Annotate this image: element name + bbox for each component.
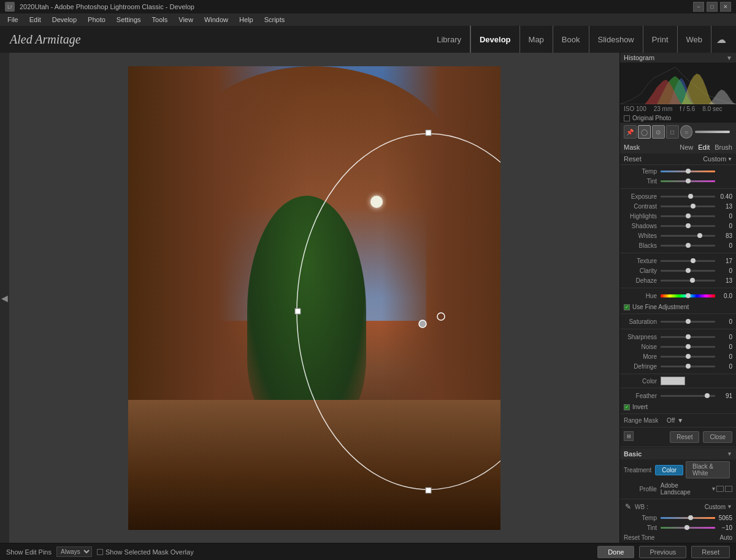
shadows-thumb[interactable]: [686, 223, 691, 228]
done-button[interactable]: Done: [597, 546, 634, 558]
mask-tool-circle[interactable]: ◯: [638, 125, 651, 139]
basic-temp-thumb[interactable]: [688, 515, 693, 520]
sharpness-track[interactable]: [661, 336, 715, 338]
highlights-track[interactable]: [661, 215, 715, 217]
reset-label[interactable]: Reset: [624, 155, 642, 163]
nav-develop[interactable]: Develop: [470, 26, 520, 53]
texture-thumb[interactable]: [691, 258, 696, 263]
dehaze-thumb[interactable]: [690, 278, 695, 283]
exposure-track[interactable]: [661, 196, 715, 198]
profile-value[interactable]: Adobe Landscape: [661, 482, 710, 496]
color-swatch[interactable]: [661, 377, 685, 385]
sharpness-thumb[interactable]: [686, 334, 691, 339]
profile-icon1[interactable]: [716, 486, 724, 492]
menu-settings[interactable]: Settings: [112, 15, 146, 25]
basic-tint-thumb[interactable]: [684, 525, 689, 530]
menu-view[interactable]: View: [174, 15, 198, 25]
original-photo-checkbox[interactable]: [624, 115, 630, 121]
mask-tool-target[interactable]: ⊙: [652, 125, 665, 139]
menu-tools[interactable]: Tools: [147, 15, 173, 25]
clarity-thumb[interactable]: [686, 268, 691, 273]
basic-section-header[interactable]: Basic ▼: [620, 448, 736, 459]
tint-thumb[interactable]: [686, 178, 691, 183]
feather-track[interactable]: [661, 395, 715, 397]
dehaze-track[interactable]: [661, 280, 715, 282]
treatment-color-button[interactable]: Color: [655, 465, 683, 475]
menu-photo[interactable]: Photo: [83, 15, 110, 25]
cloud-icon[interactable]: ☁: [716, 34, 726, 45]
menu-file[interactable]: File: [2, 15, 23, 25]
previous-button[interactable]: Previous: [639, 546, 686, 558]
defringe-track[interactable]: [661, 366, 715, 367]
tool-slider[interactable]: [695, 131, 730, 133]
nav-web[interactable]: Web: [678, 26, 712, 53]
temp-thumb[interactable]: [686, 169, 691, 174]
panel-icon-button[interactable]: ⊟: [624, 431, 634, 441]
feather-thumb[interactable]: [705, 393, 710, 398]
left-panel-toggle[interactable]: ◀: [0, 53, 9, 543]
nav-library[interactable]: Library: [428, 26, 470, 53]
shadows-track[interactable]: [661, 225, 715, 227]
mask-new[interactable]: New: [680, 144, 693, 151]
menu-develop[interactable]: Develop: [47, 15, 82, 25]
window-controls[interactable]: − □ ✕: [693, 2, 731, 12]
texture-track[interactable]: [661, 260, 715, 262]
mask-tool-square[interactable]: □: [666, 125, 679, 139]
eyedropper-icon[interactable]: ✎: [624, 502, 632, 511]
nav-book[interactable]: Book: [553, 26, 589, 53]
blacks-thumb[interactable]: [686, 243, 691, 248]
profile-icon2[interactable]: [725, 486, 732, 492]
defringe-thumb[interactable]: [686, 364, 691, 369]
range-mask-dropdown[interactable]: ▼: [677, 417, 683, 424]
moire-track[interactable]: [661, 356, 715, 358]
maximize-button[interactable]: □: [707, 2, 718, 12]
exposure-thumb[interactable]: [688, 194, 693, 199]
nav-map[interactable]: Map: [520, 26, 553, 53]
menu-edit[interactable]: Edit: [25, 15, 46, 25]
invert-checkbox[interactable]: ✓: [624, 404, 630, 410]
saturation-track[interactable]: [661, 321, 715, 323]
menu-window[interactable]: Window: [199, 15, 233, 25]
histogram-menu-icon[interactable]: ▼: [726, 55, 732, 61]
reset-tone-auto[interactable]: Auto: [719, 534, 732, 541]
hue-track[interactable]: [661, 294, 715, 297]
contrast-thumb[interactable]: [691, 204, 696, 209]
wb-dropdown[interactable]: ▼: [727, 504, 732, 510]
temp-track[interactable]: [661, 171, 715, 172]
whites-thumb[interactable]: [697, 233, 702, 238]
basic-temp-track[interactable]: [661, 517, 715, 519]
basic-tint-track[interactable]: [661, 527, 715, 529]
moire-thumb[interactable]: [686, 354, 691, 359]
canvas-area[interactable]: [9, 53, 619, 543]
fine-adjustment-checkbox[interactable]: ✓: [624, 304, 630, 310]
highlights-thumb[interactable]: [686, 213, 691, 218]
mask-brush[interactable]: Brush: [715, 144, 732, 151]
minimize-button[interactable]: −: [693, 2, 704, 12]
nav-print[interactable]: Print: [643, 26, 678, 53]
noise-thumb[interactable]: [686, 344, 691, 349]
blacks-track[interactable]: [661, 245, 715, 247]
tint-track[interactable]: [661, 180, 715, 182]
mask-tool-pin[interactable]: 📌: [624, 125, 637, 139]
contrast-track[interactable]: [661, 205, 715, 207]
menu-scripts[interactable]: Scripts: [259, 15, 290, 25]
custom-badge[interactable]: Custom ▼: [703, 155, 732, 163]
treatment-bw-button[interactable]: Black & White: [686, 461, 730, 478]
menu-help[interactable]: Help: [234, 15, 258, 25]
mask-edit[interactable]: Edit: [698, 144, 710, 151]
always-dropdown[interactable]: Always Never Auto: [56, 547, 92, 557]
profile-dropdown[interactable]: ▼: [711, 486, 716, 492]
reset-button[interactable]: Reset: [691, 546, 730, 558]
panel-close-button[interactable]: Close: [703, 431, 732, 443]
hue-thumb[interactable]: [686, 293, 691, 298]
clarity-track[interactable]: [661, 270, 715, 272]
show-mask-checkbox[interactable]: [97, 549, 103, 555]
wb-value[interactable]: Custom: [705, 504, 726, 510]
close-button[interactable]: ✕: [720, 2, 731, 12]
mask-tool-circle2[interactable]: ○: [680, 125, 693, 139]
saturation-thumb[interactable]: [686, 319, 691, 324]
nav-slideshow[interactable]: Slideshow: [589, 26, 643, 53]
noise-track[interactable]: [661, 346, 715, 348]
panel-reset-button[interactable]: Reset: [670, 431, 699, 443]
whites-track[interactable]: [661, 235, 715, 237]
